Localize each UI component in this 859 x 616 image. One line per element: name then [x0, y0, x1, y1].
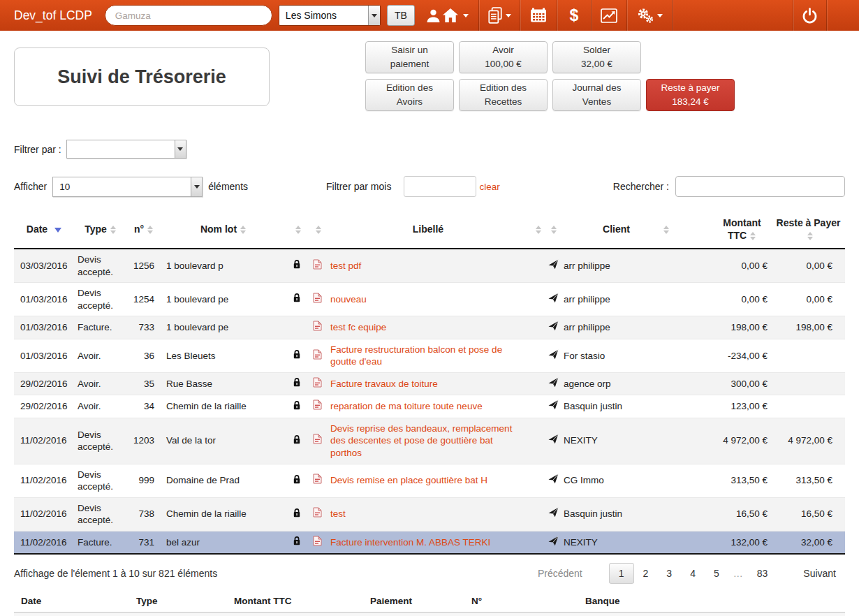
- cell-pdf[interactable]: [307, 464, 327, 497]
- edition-avoirs-button[interactable]: Edition desAvoirs: [365, 79, 454, 111]
- cell-pdf[interactable]: [307, 249, 327, 283]
- cell-send[interactable]: [545, 497, 560, 531]
- col-header-pdf[interactable]: [307, 211, 327, 249]
- libelle-link[interactable]: reparation de ma toiture toute neuve: [330, 401, 483, 411]
- pagination-prev[interactable]: Précédent: [529, 564, 592, 583]
- documents-menu[interactable]: [479, 0, 520, 31]
- solder-button[interactable]: Solder32,00 €: [552, 41, 641, 73]
- send-icon[interactable]: [548, 261, 559, 272]
- libelle-link[interactable]: Devis remise en place gouttière bat H: [330, 475, 487, 485]
- send-icon[interactable]: [548, 509, 559, 520]
- table-row[interactable]: 01/03/2016 Devis accepté. 1254 1 bouleva…: [14, 283, 845, 316]
- cell-lock[interactable]: [286, 395, 307, 418]
- cell-pdf[interactable]: [307, 418, 327, 464]
- lock-icon[interactable]: [293, 379, 301, 389]
- pdf-icon[interactable]: [313, 509, 322, 520]
- filter-by-select[interactable]: [66, 140, 186, 159]
- lock-icon[interactable]: [293, 509, 301, 520]
- cell-lock[interactable]: [286, 418, 307, 464]
- pagination-page-1[interactable]: 1: [609, 563, 634, 584]
- table-row[interactable]: 29/02/2016 Avoir. 35 Rue Basse Facture t…: [14, 372, 845, 395]
- account-select[interactable]: Les Simons: [279, 5, 381, 26]
- cell-send[interactable]: [545, 339, 560, 372]
- libelle-link[interactable]: nouveau: [330, 294, 367, 305]
- avoir-button[interactable]: Avoir100,00 €: [459, 41, 548, 73]
- cell-pdf[interactable]: [307, 531, 327, 554]
- libelle-link[interactable]: Facture travaux de toiture: [330, 379, 438, 389]
- cell-pdf[interactable]: [307, 497, 327, 531]
- libelle-link[interactable]: test: [330, 508, 346, 519]
- col-header-client[interactable]: Client: [560, 211, 712, 249]
- col-header-libelle[interactable]: Libellé: [327, 211, 529, 249]
- cell-send[interactable]: [545, 249, 560, 283]
- cell-pdf[interactable]: [307, 283, 327, 316]
- pdf-icon[interactable]: [313, 476, 322, 486]
- col-header-send[interactable]: [545, 211, 560, 249]
- pagination-page-3[interactable]: 3: [657, 564, 681, 583]
- col-header-montant[interactable]: Montant TTC: [712, 211, 772, 249]
- pdf-icon[interactable]: [313, 323, 322, 333]
- cell-lock[interactable]: [286, 283, 307, 316]
- cell-pdf[interactable]: [307, 339, 327, 372]
- send-icon[interactable]: [548, 351, 559, 362]
- pdf-icon[interactable]: [313, 351, 322, 362]
- cell-send[interactable]: [545, 372, 560, 395]
- table-row[interactable]: 11/02/2016 Devis accepté. 738 Chemin de …: [14, 497, 845, 531]
- pdf-icon[interactable]: [313, 436, 322, 446]
- tb-button[interactable]: TB: [387, 5, 415, 26]
- page-length-select[interactable]: 10: [52, 177, 203, 197]
- journal-ventes-button[interactable]: Journal desVentes: [552, 79, 641, 111]
- libelle-link[interactable]: test fc equipe: [330, 322, 386, 332]
- cell-send[interactable]: [545, 316, 560, 339]
- table-row[interactable]: 11/02/2016 Facture. 731 bel azur Facture…: [14, 531, 845, 554]
- col-header-reste[interactable]: Reste à Payer: [772, 211, 845, 249]
- logout-button[interactable]: [793, 0, 826, 31]
- payment-row[interactable]: 04/03/2016paiement100,00 €Chèque12345678…: [14, 613, 845, 616]
- table-row[interactable]: 11/02/2016 Devis accepté. 999 Domaine de…: [14, 464, 845, 497]
- select-dropdown-button[interactable]: [175, 140, 186, 158]
- navbar-search-input[interactable]: [105, 5, 272, 26]
- pagination-page-2[interactable]: 2: [634, 564, 658, 583]
- payments-button[interactable]: $: [557, 0, 591, 31]
- cell-send[interactable]: [545, 395, 560, 418]
- edition-recettes-button[interactable]: Edition desRecettes: [459, 79, 548, 111]
- col-header-lock[interactable]: [286, 211, 307, 249]
- send-icon[interactable]: [548, 379, 559, 390]
- table-row[interactable]: 03/03/2016 Devis accepté. 1256 1 bouleva…: [14, 249, 845, 283]
- col-header-extra[interactable]: [529, 211, 545, 249]
- lock-icon[interactable]: [293, 476, 301, 486]
- libelle-link[interactable]: Facture restructuration balcon et pose d…: [330, 344, 502, 367]
- pdf-icon[interactable]: [313, 295, 322, 305]
- send-icon[interactable]: [548, 476, 559, 486]
- cell-lock[interactable]: [286, 372, 307, 395]
- table-row[interactable]: 01/03/2016 Avoir. 36 Les Bleuets Facture…: [14, 339, 845, 372]
- pdf-icon[interactable]: [313, 379, 322, 390]
- cell-pdf[interactable]: [307, 316, 327, 339]
- cell-send[interactable]: [545, 283, 560, 316]
- lock-icon[interactable]: [293, 537, 301, 548]
- table-row[interactable]: 11/02/2016 Devis accepté. 1203 Val de la…: [14, 418, 845, 464]
- pdf-icon[interactable]: [313, 261, 322, 272]
- pagination-page-5[interactable]: 5: [705, 564, 728, 583]
- stats-button[interactable]: [592, 0, 626, 31]
- libelle-link[interactable]: Facture intervention M. ABBAS TERKI: [330, 537, 490, 548]
- lock-icon[interactable]: [293, 436, 301, 446]
- table-search-input[interactable]: [675, 176, 845, 197]
- cell-lock[interactable]: [286, 339, 307, 372]
- cell-lock[interactable]: [286, 249, 307, 283]
- lock-icon[interactable]: [293, 294, 301, 305]
- select-dropdown-button[interactable]: [368, 6, 380, 25]
- send-icon[interactable]: [548, 436, 559, 446]
- send-icon[interactable]: [548, 538, 559, 548]
- pdf-icon[interactable]: [313, 402, 322, 412]
- send-icon[interactable]: [548, 323, 559, 333]
- select-dropdown-button[interactable]: [191, 177, 202, 196]
- lock-icon[interactable]: [293, 351, 301, 361]
- col-header-date[interactable]: Date: [14, 211, 74, 249]
- saisir-paiement-button[interactable]: Saisir unpaiement: [365, 41, 454, 73]
- send-icon[interactable]: [548, 295, 559, 305]
- pdf-icon[interactable]: [313, 538, 322, 548]
- table-row[interactable]: 29/02/2016 Avoir. 34 Chemin de la riaill…: [14, 395, 845, 418]
- cell-send[interactable]: [545, 464, 560, 497]
- pagination-page-4[interactable]: 4: [681, 564, 705, 583]
